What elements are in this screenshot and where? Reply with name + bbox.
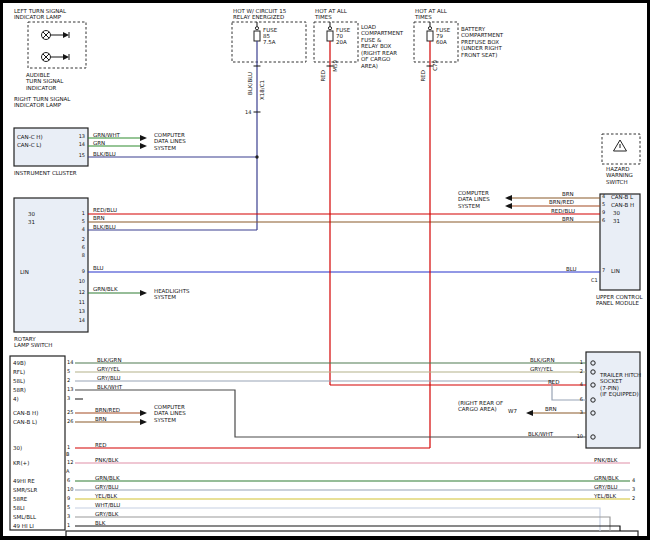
lm-terminal-58l: 58L)	[13, 378, 25, 384]
ic-pin-14: 14	[75, 142, 85, 148]
wire-label-brn-31-ucp: BRN	[562, 216, 574, 222]
ground-w7-label: W7	[508, 408, 517, 414]
socket-pin-10: 10	[572, 434, 583, 440]
ucp-connector-c1: C1	[591, 278, 598, 284]
lm-pin-9: 9	[67, 496, 70, 502]
audible-turn-signal-label: AUDIBLE TURN SIGNAL INDICATOR	[26, 72, 63, 91]
rotary-pin-12: 12	[75, 290, 85, 296]
inline-connector-ticks	[254, 66, 434, 112]
ground-location-note: (RIGHT REAR OF CARGO AREA)	[458, 400, 503, 413]
wire-label-blk-blu-rotary: BLK/BLU	[93, 224, 116, 230]
instrument-cluster-label: INSTRUMENT CLUSTER	[14, 170, 77, 176]
ucp-computer-data-lines-text: COMPUTER DATA LINES SYSTEM	[458, 190, 490, 209]
ic-terminal-can-c-l: CAN-C L)	[17, 142, 42, 148]
wire-label-red-blu-ucp: RED/BLU	[551, 208, 575, 214]
lm-terminal-rfl: RFL)	[13, 369, 25, 375]
wire-label-brn: BRN	[93, 215, 105, 221]
socket-pin-4: 4	[572, 382, 583, 388]
wire-label-yel-blk-left: YEL/BLK	[95, 493, 117, 499]
ic-pin-13: 13	[75, 134, 85, 140]
lm-computer-data-lines-text: COMPUTER DATA LINES SYSTEM	[154, 404, 186, 423]
wire-label-blk-blu: BLK/BLU	[93, 151, 116, 157]
lm-pin-13: 13	[67, 387, 73, 393]
lm-connector-a: A	[66, 469, 69, 475]
wire-label-grn-wht: GRN/WHT	[93, 132, 120, 138]
turn-signal-lamp-symbol	[28, 22, 86, 68]
lm-pin-3: 3	[67, 396, 70, 402]
ic-pin-15: 15	[75, 153, 85, 159]
wiring-diagram: LEFT TURN SIGNAL INDICATOR LAMP AUDIBLE …	[0, 0, 650, 540]
connector-pin-14: 14	[245, 110, 251, 116]
lm-pin-1: 1	[67, 445, 70, 451]
wire-label-brn-w7: BRN	[545, 406, 557, 412]
wire-wht-blu	[75, 508, 600, 531]
lm-pin-12: 12	[67, 460, 73, 466]
ic-computer-data-lines-text: COMPUTER DATA LINES SYSTEM	[154, 132, 186, 151]
wire-label-gry-blu-right: GRY/BLU	[594, 484, 618, 490]
socket-pin-6: 6	[572, 397, 583, 403]
rotary-pin-8: 8	[75, 253, 85, 259]
wire-label-red-right: RED	[548, 379, 560, 385]
lm-pin-25: 25	[67, 410, 73, 416]
wire-label-gry-blu-a-left: GRY/BLU	[95, 484, 119, 490]
fuse-70-note: LOAD COMPARTMENT FUSE & RELAY BOX (RIGHT…	[361, 24, 403, 69]
lm-pin-6: 6	[67, 478, 70, 484]
ucp-terminal-lin: LIN	[611, 268, 620, 274]
rotary-terminal-lin: LIN	[20, 269, 29, 275]
fuse-79-rating: 60A	[436, 39, 447, 45]
trailer-hitch-socket-box	[586, 352, 640, 448]
lm-terminal-49hi-re: 49HI RE	[13, 478, 35, 484]
ucp-terminal-30: 30	[613, 210, 620, 216]
wire-label-grn-blk-right: GRN/BLK	[594, 475, 619, 481]
wire-label-grn: GRN	[93, 140, 105, 146]
lm-pin-3a: 3	[67, 514, 70, 520]
lm-terminal-smr-slr: SMR/SLR	[13, 487, 37, 493]
lm-pin-2: 2	[67, 378, 70, 384]
rotary-lamp-switch-label: ROTARY LAMP SWITCH	[14, 336, 52, 349]
ucp-pin-9: 9	[602, 210, 605, 216]
fuse-79-header: HOT AT ALL TIMES	[415, 8, 447, 21]
ucp-pin-7: 7	[602, 268, 605, 274]
wire-label-blu-ucp: BLU	[566, 266, 577, 272]
wire-red-fuse70	[330, 41, 586, 385]
wire-label-grn-blk-left: GRN/BLK	[95, 475, 120, 481]
wire-red-fuse79	[75, 41, 430, 448]
ucp-pin-4: 4	[602, 194, 605, 200]
upper-control-panel-module-label: UPPER CONTROL PANEL MODULE	[596, 294, 643, 307]
wire-label-pnk-blk-right: PNK/BLK	[594, 457, 617, 463]
lm-pin-5: 5	[67, 369, 70, 375]
fuse-85-rating: 7.5A	[263, 39, 276, 45]
rotary-pin-10: 10	[75, 279, 85, 285]
fuse-79-note: BATTERY COMPARTMENT PREFUSE BOX (UNDER R…	[461, 26, 503, 58]
rotary-terminal-31: 31	[28, 219, 35, 225]
lm-terminal-58r: 58R)	[13, 387, 26, 393]
trailer-hitch-socket-label: TRAILER HITCH SOCKET (7-PIN) (IF EQUIPPE…	[600, 372, 641, 398]
wire-label-pnk-blk-left: PNK/BLK	[95, 457, 118, 463]
wire-label-gry-yel-right: GRY/YEL	[530, 366, 553, 372]
wire-label-yel-blk-right: YEL/BLK	[594, 493, 616, 499]
lm-connector-b: B	[66, 452, 69, 458]
lm-terminal-sml-bll: SML/BLL	[13, 514, 36, 520]
ucp-terminal-can-b-l: CAN-B L	[611, 194, 633, 200]
wire-label-blk-grn-left: BLK/GRN	[97, 357, 122, 363]
wire-label-blk-wht-left: BLK/WHT	[97, 384, 122, 390]
lm-terminal-58re: 58RE	[13, 496, 27, 502]
lm-pin-5a: 5	[67, 505, 70, 511]
rotary-pin-1: 1	[75, 211, 85, 217]
left-turn-signal-label: LEFT TURN SIGNAL INDICATOR LAMP	[14, 8, 66, 21]
wire-blk	[75, 526, 620, 531]
wire-label-blu: BLU	[93, 265, 104, 271]
hazard-warning-switch-symbol	[602, 134, 640, 164]
wire-gry-blk	[75, 517, 610, 531]
lm-pin-10: 10	[67, 487, 73, 493]
lm-pin-1a: 1	[67, 523, 70, 529]
wire-label-wht-blu-left: WHT/BLU	[95, 502, 120, 508]
wire-label-blk-grn-right: BLK/GRN	[530, 357, 555, 363]
wire-label-blk-left: BLK	[95, 520, 105, 526]
fuse-70-header: HOT AT ALL TIMES	[315, 8, 347, 21]
connector-tag-c79: C79	[432, 60, 438, 71]
rotary-pin-9: 9	[75, 269, 85, 275]
rotary-pin-14: 14	[75, 318, 85, 324]
ucp-terminal-31: 31	[613, 218, 620, 224]
lm-terminal-4: 4)	[13, 396, 19, 402]
